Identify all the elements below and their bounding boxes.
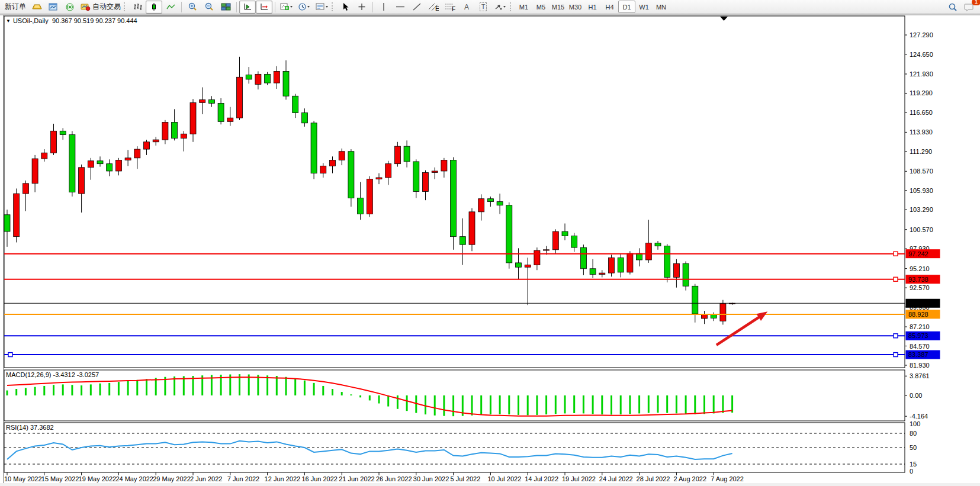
toolbar-drag-handle[interactable] [510, 2, 513, 11]
price-tick-label[interactable]: 119.290 [910, 89, 933, 96]
price-tick-label[interactable]: 111.290 [910, 148, 932, 155]
new-chart-button[interactable] [278, 1, 295, 14]
deposit-button[interactable] [28, 1, 45, 14]
template-button[interactable] [313, 1, 331, 14]
price-tick-label[interactable]: 108.570 [910, 168, 933, 175]
date-label[interactable]: 16 Jun 2022 [301, 475, 338, 482]
price-tick-label[interactable]: 92.570 [910, 284, 930, 291]
candle-body [441, 160, 447, 171]
timeframe-W1[interactable]: W1 [635, 1, 653, 13]
candle-body [172, 123, 178, 139]
candle-body [125, 158, 131, 160]
bar-chart-type-button[interactable] [129, 1, 146, 14]
date-label[interactable]: 19 Jul 2022 [562, 475, 596, 482]
date-label[interactable]: 14 Jul 2022 [525, 475, 558, 482]
hline-anchor[interactable] [894, 353, 898, 357]
hline-anchor[interactable] [894, 252, 898, 256]
price-tick-label[interactable]: 121.930 [910, 70, 933, 78]
zoom-in-button[interactable] [184, 1, 201, 14]
date-label[interactable]: 19 May 2022 [79, 475, 117, 482]
horizontal-line-button[interactable] [392, 1, 409, 14]
price-tick-label[interactable]: 81.930 [910, 362, 930, 369]
chart-shift-button[interactable] [256, 1, 272, 14]
candle-body [487, 199, 493, 202]
timeframe-MN[interactable]: MN [653, 1, 670, 13]
date-label[interactable]: 30 Jun 2022 [413, 475, 449, 482]
date-label[interactable]: 29 May 2022 [153, 475, 191, 482]
rsi-axis-label: 80 [910, 430, 917, 437]
autotrade-button[interactable]: 自动交易 [78, 1, 123, 14]
timeframe-H1[interactable]: H1 [584, 1, 601, 13]
candle-body [497, 202, 503, 205]
price-tick-label[interactable]: 127.290 [910, 31, 933, 38]
timeframe-M15[interactable]: M15 [550, 1, 567, 13]
candle-body [394, 146, 400, 164]
timeframe-M30[interactable]: M30 [567, 1, 584, 13]
hline-anchor[interactable] [894, 277, 898, 281]
candle-body [274, 71, 279, 83]
timeframe-M5[interactable]: M5 [532, 1, 550, 13]
date-label[interactable]: 7 Jun 2022 [227, 475, 259, 482]
candle-body [460, 237, 465, 245]
line-chart-type-button[interactable] [162, 1, 179, 14]
price-chart[interactable]: 127.290124.650121.930119.290116.650113.9… [0, 14, 980, 486]
date-label[interactable]: 24 May 2022 [115, 475, 153, 482]
candle-body [311, 123, 317, 173]
price-tick-label[interactable]: 103.290 [910, 206, 933, 213]
price-tick-label[interactable]: 84.570 [910, 343, 930, 350]
candlestick-type-button[interactable] [146, 1, 162, 14]
trendline-button[interactable] [409, 1, 425, 14]
search-button[interactable] [944, 1, 961, 14]
price-tick-label[interactable]: 105.930 [910, 187, 933, 194]
autotrade-label: 自动交易 [92, 2, 121, 12]
ohlc-readout: 90.367 90.519 90.237 90.444 [52, 17, 137, 24]
price-tick-label[interactable]: 113.930 [910, 128, 933, 136]
date-label[interactable]: 15 May 2022 [41, 475, 79, 482]
price-tick-label[interactable]: 95.210 [910, 265, 930, 272]
toolbar-drag-handle[interactable] [332, 2, 335, 11]
hline-anchor[interactable] [894, 334, 898, 338]
timeframe-M1[interactable]: M1 [515, 1, 532, 13]
text-tool-button[interactable]: A [458, 1, 475, 14]
price-tick-label[interactable]: 124.650 [910, 51, 933, 58]
toolbar-drag-handle[interactable] [124, 2, 127, 11]
timeframe-D1[interactable]: D1 [618, 1, 635, 13]
timeframe-H4[interactable]: H4 [601, 1, 618, 13]
date-label[interactable]: 5 Jul 2022 [451, 475, 481, 482]
date-label[interactable]: 26 Jun 2022 [376, 475, 412, 482]
zoom-out-button[interactable] [201, 1, 217, 14]
vertical-line-button[interactable] [375, 1, 392, 14]
tile-windows-button[interactable] [217, 1, 234, 14]
auto-scroll-button[interactable] [239, 1, 256, 14]
candle-body [655, 243, 661, 246]
date-label[interactable]: 24 Jul 2022 [599, 475, 633, 482]
arrows-tool-button[interactable] [491, 1, 509, 14]
label-tool-button[interactable]: T [475, 1, 491, 14]
crosshair-button[interactable] [354, 1, 370, 14]
period-button[interactable] [295, 1, 313, 14]
notifications-button[interactable]: 1 [961, 1, 978, 14]
new-order-button[interactable]: 新订单 [2, 1, 28, 14]
candle-body [69, 134, 75, 192]
date-label[interactable]: 7 Aug 2022 [711, 475, 744, 482]
fibonacci-button[interactable]: F [442, 1, 458, 14]
quick-trade-caret-icon[interactable]: ▼ [6, 18, 11, 24]
date-label[interactable]: 2 Jun 2022 [190, 475, 222, 482]
date-label[interactable]: 12 Jun 2022 [265, 475, 301, 482]
gold-ingot-icon [32, 2, 42, 11]
date-label[interactable]: 28 Jul 2022 [637, 475, 670, 482]
date-label[interactable]: 2 Aug 2022 [673, 475, 706, 482]
price-tick-label[interactable]: 100.570 [910, 226, 933, 233]
date-label[interactable]: 10 May 2022 [4, 475, 42, 482]
cursor-button[interactable] [337, 1, 354, 14]
signals-button[interactable] [62, 1, 78, 14]
price-tag-label: 83.387 [908, 351, 928, 358]
price-tick-label[interactable]: 116.650 [910, 109, 933, 116]
hline-anchor[interactable] [8, 353, 12, 357]
market-watch-button[interactable] [45, 1, 62, 14]
channel-button[interactable]: E [425, 1, 442, 14]
candle-body [23, 184, 28, 194]
date-label[interactable]: 21 Jun 2022 [339, 475, 375, 482]
price-tick-label[interactable]: 87.210 [910, 323, 930, 330]
date-label[interactable]: 10 Jul 2022 [487, 475, 521, 482]
